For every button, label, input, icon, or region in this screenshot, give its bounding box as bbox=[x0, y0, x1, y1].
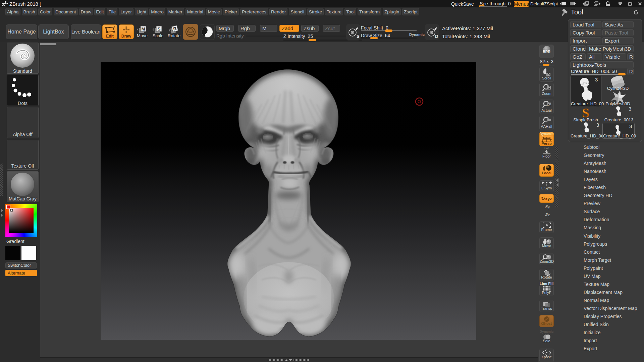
svg-text:D: D bbox=[435, 34, 438, 39]
svg-text:S: S bbox=[357, 34, 360, 39]
svg-text:S: S bbox=[158, 26, 161, 32]
svg-text:x1: x1 bbox=[547, 103, 551, 106]
svg-text:M: M bbox=[142, 26, 145, 32]
